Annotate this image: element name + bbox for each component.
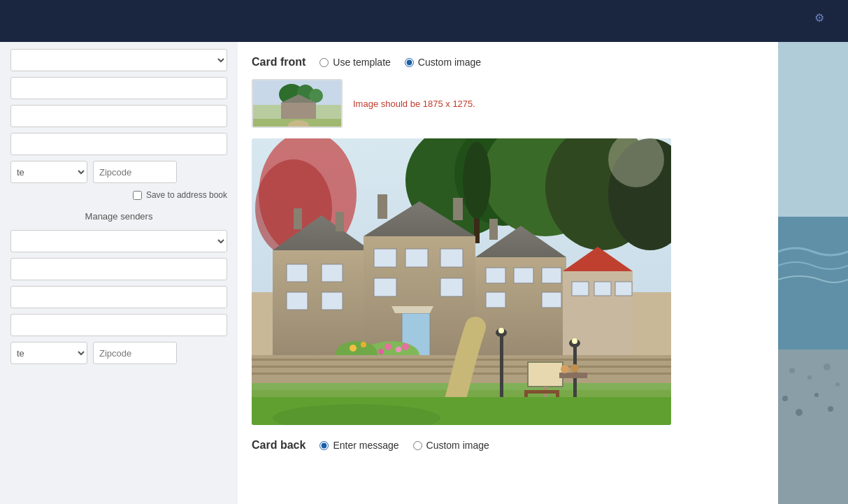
svg-rect-36 bbox=[440, 278, 463, 296]
svg-rect-74 bbox=[559, 373, 587, 378]
enter-message-radio[interactable] bbox=[319, 441, 329, 450]
svg-rect-48 bbox=[489, 219, 498, 240]
svg-point-58 bbox=[378, 349, 384, 354]
svg-point-86 bbox=[789, 368, 795, 373]
svg-point-60 bbox=[361, 342, 366, 347]
dropdown2[interactable] bbox=[10, 230, 227, 252]
svg-rect-39 bbox=[378, 194, 387, 219]
svg-point-91 bbox=[814, 393, 819, 397]
sender-input1[interactable] bbox=[10, 258, 227, 280]
state-select2[interactable]: te bbox=[10, 342, 87, 364]
svg-point-71 bbox=[572, 338, 577, 344]
state-zip-row: te bbox=[10, 161, 227, 183]
beach-scene-svg bbox=[778, 42, 848, 504]
svg-point-89 bbox=[835, 382, 840, 387]
svg-rect-52 bbox=[594, 282, 611, 296]
custom-image-radio-group: Custom image bbox=[405, 57, 481, 68]
svg-rect-46 bbox=[486, 292, 505, 308]
svg-rect-32 bbox=[374, 249, 396, 267]
svg-rect-5 bbox=[281, 103, 316, 120]
svg-point-56 bbox=[385, 343, 391, 350]
card-front-section: Card front Use template Custom image bbox=[252, 56, 764, 425]
card-front-title: Card front bbox=[252, 56, 306, 69]
save-address-row: Save to address book bbox=[10, 190, 227, 200]
right-sidebar bbox=[778, 42, 848, 504]
beach-background bbox=[778, 42, 848, 504]
image-hint-text: Image should be 1875 x 1275. bbox=[353, 99, 475, 109]
state-zip-row2: te bbox=[10, 342, 227, 364]
svg-point-61 bbox=[350, 345, 357, 352]
card-back-custom-radio-group: Custom image bbox=[413, 440, 489, 451]
svg-rect-44 bbox=[514, 268, 533, 283]
svg-rect-25 bbox=[322, 264, 343, 282]
sender-input3[interactable] bbox=[10, 314, 227, 336]
svg-rect-43 bbox=[486, 268, 505, 283]
svg-point-57 bbox=[396, 347, 401, 352]
preview-image bbox=[253, 80, 343, 128]
card-back-section: Card back Enter message Custom image bbox=[252, 439, 764, 452]
svg-point-18 bbox=[463, 142, 491, 219]
image-preview-box[interactable] bbox=[252, 79, 343, 128]
address-input1[interactable] bbox=[10, 77, 227, 99]
custom-image-label[interactable]: Custom image bbox=[418, 57, 481, 68]
manage-senders-link[interactable]: Manage senders bbox=[10, 211, 227, 222]
svg-rect-51 bbox=[572, 282, 589, 296]
card-back-title: Card back bbox=[252, 439, 306, 452]
svg-rect-72 bbox=[528, 362, 563, 387]
svg-rect-27 bbox=[322, 292, 343, 310]
svg-rect-29 bbox=[336, 212, 344, 231]
svg-point-76 bbox=[570, 364, 579, 373]
svg-rect-45 bbox=[542, 268, 561, 283]
svg-rect-77 bbox=[524, 390, 559, 394]
svg-point-90 bbox=[782, 396, 788, 401]
svg-marker-38 bbox=[391, 306, 433, 313]
save-address-label: Save to address book bbox=[146, 190, 227, 200]
zip-input[interactable] bbox=[93, 161, 177, 183]
svg-point-93 bbox=[828, 406, 833, 412]
card-main-image[interactable] bbox=[252, 138, 671, 425]
use-template-radio-group: Use template bbox=[319, 57, 390, 68]
card-back-custom-image-label[interactable]: Custom image bbox=[426, 440, 489, 451]
dropdown1[interactable] bbox=[10, 49, 227, 71]
use-template-radio[interactable] bbox=[319, 58, 329, 67]
address-input3[interactable] bbox=[10, 133, 227, 155]
svg-rect-35 bbox=[374, 278, 396, 296]
use-template-label[interactable]: Use template bbox=[333, 57, 390, 68]
sender-input2[interactable] bbox=[10, 286, 227, 308]
image-upload-area: Image should be 1875 x 1275. bbox=[252, 79, 764, 128]
main-content: Card front Use template Custom image bbox=[238, 42, 778, 504]
svg-rect-24 bbox=[287, 264, 308, 282]
gear-icon[interactable]: ⚙ bbox=[814, 11, 834, 31]
card-front-header: Card front Use template Custom image bbox=[252, 56, 764, 69]
top-bar: ⚙ bbox=[0, 0, 848, 42]
enter-message-radio-group: Enter message bbox=[319, 440, 398, 451]
enter-message-label[interactable]: Enter message bbox=[333, 440, 398, 451]
svg-rect-26 bbox=[287, 292, 308, 310]
custom-image-radio[interactable] bbox=[405, 58, 414, 67]
state-select[interactable]: te bbox=[10, 161, 87, 183]
village-scene-svg bbox=[252, 138, 671, 425]
svg-point-88 bbox=[824, 363, 831, 370]
left-sidebar: te Save to address book Manage senders t… bbox=[0, 42, 238, 504]
svg-rect-47 bbox=[542, 292, 561, 308]
card-back-header: Card back Enter message Custom image bbox=[252, 439, 764, 452]
svg-rect-66 bbox=[500, 334, 503, 397]
card-back-custom-image-radio[interactable] bbox=[413, 441, 422, 450]
svg-point-87 bbox=[807, 375, 812, 380]
save-address-checkbox[interactable] bbox=[133, 191, 142, 200]
svg-rect-28 bbox=[294, 208, 302, 229]
svg-rect-34 bbox=[440, 249, 463, 267]
svg-point-92 bbox=[796, 409, 803, 416]
svg-rect-85 bbox=[778, 350, 848, 504]
svg-point-75 bbox=[561, 365, 569, 373]
svg-point-68 bbox=[498, 328, 504, 333]
svg-rect-40 bbox=[453, 198, 463, 220]
svg-point-59 bbox=[402, 343, 409, 350]
zip-input2[interactable] bbox=[93, 342, 177, 364]
svg-rect-33 bbox=[405, 249, 428, 267]
svg-rect-53 bbox=[615, 282, 632, 296]
svg-rect-84 bbox=[778, 217, 848, 357]
address-input2[interactable] bbox=[10, 105, 227, 127]
